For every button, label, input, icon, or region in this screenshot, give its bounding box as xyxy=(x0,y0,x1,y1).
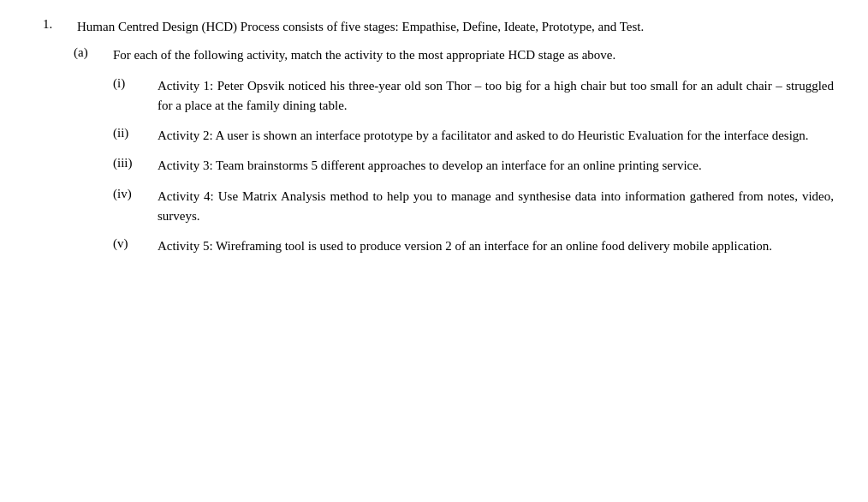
question-1: 1. Human Centred Design (HCD) Process co… xyxy=(34,17,834,37)
sub-question-a-text: For each of the following activity, matc… xyxy=(113,45,834,65)
item-iii-label: (iii) xyxy=(113,156,158,176)
sub-question-a: (a) For each of the following activity, … xyxy=(74,45,834,65)
question-number: 1. xyxy=(34,17,77,37)
sub-question-a-label: (a) xyxy=(74,45,113,65)
item-v-label: (v) xyxy=(113,236,158,256)
list-item: (ii) Activity 2: A user is shown an inte… xyxy=(113,126,834,146)
item-iv-text: Activity 4: Use Matrix Analysis method t… xyxy=(158,187,834,227)
list-item: (iv) Activity 4: Use Matrix Analysis met… xyxy=(113,187,834,227)
item-iii-text: Activity 3: Team brainstorms 5 different… xyxy=(158,156,834,176)
item-i-label: (i) xyxy=(113,76,158,117)
item-v-text: Activity 5: Wireframing tool is used to … xyxy=(158,236,834,256)
item-iv-label: (iv) xyxy=(113,187,158,227)
question-main-text: Human Centred Design (HCD) Process consi… xyxy=(77,17,834,37)
item-i-text: Activity 1: Peter Opsvik noticed his thr… xyxy=(158,76,834,117)
list-item: (i) Activity 1: Peter Opsvik noticed his… xyxy=(113,76,834,117)
item-ii-text: Activity 2: A user is shown an interface… xyxy=(158,126,834,146)
list-item: (iii) Activity 3: Team brainstorms 5 dif… xyxy=(113,156,834,176)
item-ii-label: (ii) xyxy=(113,126,158,146)
list-item: (v) Activity 5: Wireframing tool is used… xyxy=(113,236,834,256)
